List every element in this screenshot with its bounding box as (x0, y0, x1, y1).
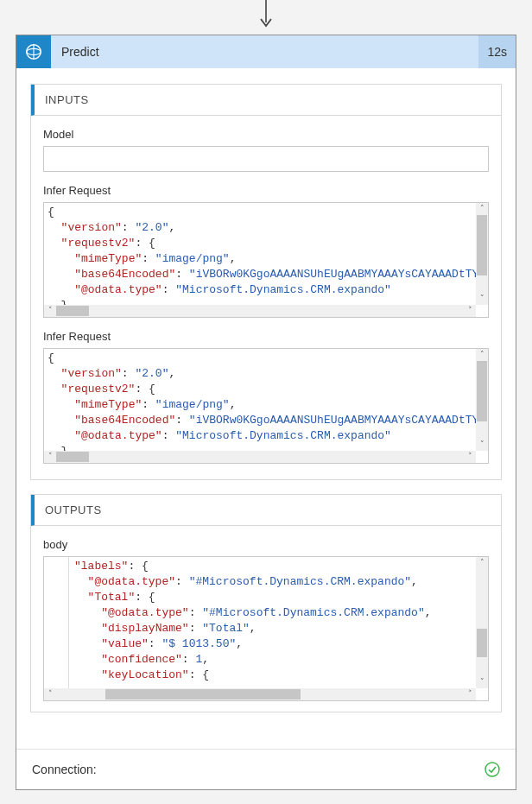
ai-builder-icon (16, 35, 51, 68)
inputs-panel: INPUTS Model Infer Request { "version": … (30, 84, 502, 480)
field-infer-request-2: Infer Request { "version": "2.0", "reque… (43, 330, 489, 464)
action-duration-badge: 12s (478, 35, 516, 68)
action-card-title: Predict (51, 35, 478, 68)
body-label: body (43, 538, 489, 551)
svg-point-4 (485, 763, 499, 776)
model-label: Model (43, 128, 489, 141)
infer-request-2-label: Infer Request (43, 330, 489, 343)
infer-request-1-code[interactable]: { "version": "2.0", "requestv2": { "mime… (43, 202, 489, 318)
flow-arrow-down-icon (258, 0, 274, 32)
vertical-scrollbar[interactable]: ˄ ˅ (476, 203, 488, 305)
body-code[interactable]: "labels": { "@odata.type": "#Microsoft.D… (43, 556, 489, 701)
outputs-panel-title: OUTPUTS (31, 495, 501, 526)
field-body: body "labels": { "@odata.type": "#Micros… (43, 538, 489, 701)
vertical-scrollbar[interactable]: ˄ ˅ (476, 349, 488, 451)
vertical-scrollbar[interactable]: ˄ ˅ (476, 557, 488, 688)
outputs-panel: OUTPUTS body "labels": { "@odata.type": … (30, 494, 502, 712)
horizontal-scrollbar[interactable]: ˂ ˃ (44, 688, 476, 700)
action-card-predict: Predict 12s INPUTS Model Infer Request {… (16, 35, 516, 790)
card-footer: Connection: (16, 749, 516, 789)
status-success-icon (484, 762, 500, 777)
infer-request-2-code[interactable]: { "version": "2.0", "requestv2": { "mime… (43, 348, 489, 464)
action-card-header[interactable]: Predict 12s (16, 35, 516, 68)
infer-request-1-label: Infer Request (43, 184, 489, 197)
horizontal-scrollbar[interactable]: ˂ ˃ (44, 305, 476, 317)
model-input[interactable] (43, 146, 489, 172)
inputs-panel-title: INPUTS (31, 85, 501, 116)
field-model: Model (43, 128, 489, 172)
connection-label: Connection: (32, 763, 97, 776)
field-infer-request-1: Infer Request { "version": "2.0", "reque… (43, 184, 489, 318)
horizontal-scrollbar[interactable]: ˂ ˃ (44, 451, 476, 463)
